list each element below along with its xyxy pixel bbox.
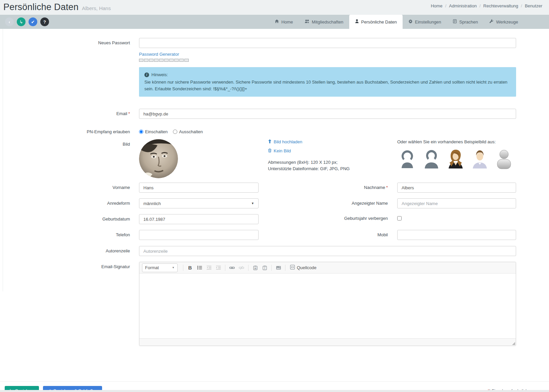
svg-text:W: W [254,267,257,270]
toolbar-divider [248,265,248,271]
pn-empfang-label: PN-Empfang erlauben [0,127,139,134]
anredeform-label: Anredeform [0,198,139,206]
editor-status-bar [139,338,516,346]
anredeform-select[interactable]: männlich ▼ [139,198,259,208]
angezeigter-name-input[interactable] [397,198,516,208]
hook-arrow-icon: ↳ [19,19,23,24]
bild-formats: Unterstützte Dateiformate: GIF, JPG, PNG [268,166,397,172]
email-label: Email* [0,109,139,116]
neues-passwort-input[interactable] [139,38,516,48]
hint-text: Sie können nur sichere Passworte verwend… [144,79,511,92]
bild-hochladen-link[interactable]: Bild hochladen [268,139,397,144]
gear-icon [408,19,413,24]
bild-label: Bild [0,139,139,147]
trash-icon [268,148,272,153]
indent-button[interactable] [214,264,222,272]
sample-avatar-male-silhouette[interactable] [421,149,442,169]
help-button[interactable]: ? [40,17,49,26]
breadcrumb-home[interactable]: Home [431,3,443,8]
bild-dimensions: Abmessungen (BxH): 120 X 120 px; [268,159,397,166]
back-button[interactable]: ‹ [5,17,14,26]
format-dropdown[interactable]: Format ▼ [142,263,178,272]
vorname-label: Vorname [0,183,139,190]
vorname-input[interactable] [139,183,259,193]
page-title: Persönliche Daten [3,2,79,12]
tab-werkzeuge[interactable]: Werkzeuge [484,15,524,29]
breadcrumb-benutzer[interactable]: Benutzer [525,3,542,8]
geburtsdatum-input[interactable] [139,214,259,224]
svg-text:T: T [264,267,266,270]
outdent-button[interactable] [205,264,213,272]
signature-editor: Format ▼ B [139,262,516,346]
signature-text-area[interactable] [139,274,516,338]
email-field[interactable] [139,109,516,119]
tab-label: Mitgliedschaften [312,19,344,24]
unlink-button[interactable] [237,264,245,272]
quellcode-button[interactable]: Quellcode [288,264,319,272]
tab-home[interactable]: Home [269,15,299,29]
tab-sprachen[interactable]: Sprachen [447,15,484,29]
angezeigter-name-label: Angezeigter Name [259,198,397,206]
link-button[interactable] [228,264,236,272]
pn-ausschalten-option[interactable]: Ausschalten [173,129,203,134]
kein-bild-link[interactable]: Kein Bild [268,148,397,153]
user-photo [139,139,178,178]
page-subtitle: Albers, Hans [82,5,111,11]
quick-save-button[interactable]: ↳ [17,17,26,26]
mobil-input[interactable] [397,230,516,240]
password-hint-box: i Hinweis: Sie können nur sichere Passwo… [139,67,516,97]
autorenzeile-label: Autorenzeile [0,246,139,253]
tab-einstellungen[interactable]: Einstellungen [403,15,447,29]
tab-persoenliche-daten[interactable]: Persönliche Daten [349,15,403,29]
breadcrumb-administration[interactable]: Administration [449,3,476,8]
home-icon [275,19,279,24]
password-generator-link[interactable]: Password Generator [139,52,179,57]
content-left-divider [3,29,3,291]
telefon-label: Telefon [0,230,139,237]
pn-ausschalten-radio[interactable] [173,130,177,134]
info-icon: i [144,72,149,77]
email-signatur-label: Email-Signatur [0,262,139,269]
tab-label: Einstellungen [415,19,441,24]
breadcrumb-separator: / [445,3,447,8]
question-icon: ? [43,19,46,24]
sample-avatars [397,149,516,169]
chevron-down-icon: ▼ [251,202,254,205]
mobil-label: Mobil [259,230,397,237]
telefon-input[interactable] [139,230,259,240]
bottom-strip [0,390,549,392]
geburtsjahr-verbergen-label: Geburtsjahr verbergen [259,214,397,221]
page-header: Persönliche Daten Albers, Hans Home/ Adm… [0,0,549,15]
nachname-input[interactable] [397,183,516,193]
autorenzeile-input[interactable] [139,246,516,256]
pn-einschalten-radio[interactable] [139,130,143,134]
breadcrumb-rechteverwaltung[interactable]: Rechteverwaltung [483,3,518,8]
tab-mitgliedschaften[interactable]: Mitgliedschaften [299,15,349,29]
editor-toolbar: Format ▼ B [139,262,516,274]
tab-label: Sprachen [459,19,478,24]
paste-from-word-button[interactable]: W [251,264,259,272]
user-icon [355,19,359,24]
sample-avatar-female-silhouette[interactable] [397,149,417,169]
chevron-down-icon: ▼ [172,266,175,269]
bold-button[interactable]: B [186,264,194,272]
format-label: Format [145,265,159,270]
upload-arrow-icon [268,139,272,144]
image-button[interactable] [274,264,282,272]
paste-as-text-button[interactable]: T [261,264,269,272]
breadcrumb-separator: / [479,3,481,8]
toolbar-divider [225,265,225,271]
confirm-button[interactable]: ✔ [29,17,37,26]
sample-avatar-man[interactable] [470,149,490,169]
bullet-list-button[interactable] [195,264,203,272]
sample-avatar-woman[interactable] [446,149,466,169]
toolbar: ‹ ↳ ✔ ? Home Mitgliedschaften Persönlich… [0,15,549,29]
tab-label: Werkzeuge [496,19,518,24]
resize-grip-icon[interactable] [512,342,515,345]
geburtsjahr-verbergen-checkbox[interactable] [397,216,402,220]
radio-label: Ausschalten [179,129,203,134]
tab-label: Home [281,19,293,24]
samples-title: Oder wählen Sie ein vorhandenes Beispiel… [397,139,516,144]
sample-avatar-generic-figure[interactable] [494,149,514,169]
pn-einschalten-option[interactable]: Einschalten [139,129,168,134]
